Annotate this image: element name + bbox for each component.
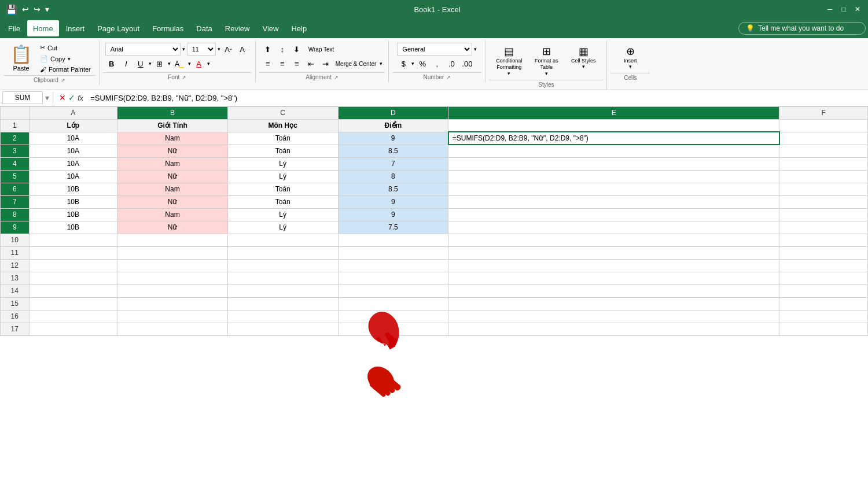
align-right-button[interactable]: ≡ (290, 57, 303, 70)
cell-d1[interactable]: Điểm (338, 119, 448, 132)
redo-icon[interactable]: ↪ (34, 5, 41, 14)
cell-c2[interactable]: Toán (227, 132, 338, 145)
cell-c15[interactable] (227, 297, 338, 310)
cell-f2[interactable] (779, 132, 868, 145)
cell-e1[interactable] (448, 119, 779, 132)
maximize-button[interactable]: □ (839, 5, 848, 14)
cell-b4[interactable]: Nam (117, 157, 228, 170)
cell-c10[interactable] (227, 234, 338, 246)
increase-decimal-button[interactable]: .00 (459, 57, 475, 70)
cell-e13[interactable] (448, 272, 779, 284)
menu-home[interactable]: Home (27, 20, 59, 36)
cell-c8[interactable]: Lý (227, 208, 338, 221)
cell-d17[interactable] (338, 323, 448, 335)
conditional-formatting-button[interactable]: ▤ ConditionalFormatting ▾ (491, 43, 527, 79)
cell-e2[interactable]: =SUMIFS(D2:D9, B2:B9, "Nữ", D2:D9, ">8") (448, 132, 779, 145)
clipboard-expand-icon[interactable]: ↗ (61, 77, 65, 83)
currency-dropdown-icon[interactable]: ▾ (411, 61, 414, 66)
cell-b6[interactable]: Nam (117, 183, 228, 195)
cell-c12[interactable] (227, 259, 338, 272)
cell-d14[interactable] (338, 284, 448, 297)
cell-d9[interactable]: 7.5 (338, 221, 448, 234)
cell-a13[interactable] (29, 272, 117, 284)
border-dropdown-icon[interactable]: ▾ (168, 61, 171, 66)
sheet-main[interactable]: A B C D E F 1 Lớp Giới Tính (0, 106, 868, 488)
cell-e9[interactable] (448, 221, 779, 234)
paste-button[interactable]: 📋 Paste (6, 43, 36, 74)
cell-f7[interactable] (779, 195, 868, 208)
cell-f3[interactable] (779, 145, 868, 157)
cell-b17[interactable] (117, 323, 228, 335)
cell-c17[interactable] (227, 323, 338, 335)
cell-d8[interactable]: 9 (338, 208, 448, 221)
menu-page-layout[interactable]: Page Layout (91, 20, 145, 36)
cell-e10[interactable] (448, 234, 779, 246)
col-header-b[interactable]: B (117, 106, 228, 119)
insert-button[interactable]: ⊕ Insert ▾ (613, 43, 648, 72)
align-middle-button[interactable]: ↕ (276, 43, 289, 56)
cell-e16[interactable] (448, 310, 779, 323)
cell-b13[interactable] (117, 272, 228, 284)
cell-c5[interactable]: Lý (227, 170, 338, 183)
menu-data[interactable]: Data (190, 20, 218, 36)
cell-a1[interactable]: Lớp (29, 119, 117, 132)
cell-e17[interactable] (448, 323, 779, 335)
align-left-button[interactable]: ≡ (262, 57, 274, 70)
function-wizard-icon[interactable]: fx (78, 94, 83, 102)
cell-a6[interactable]: 10B (29, 183, 117, 195)
col-header-f[interactable]: F (779, 106, 868, 119)
cell-c7[interactable]: Toán (227, 195, 338, 208)
menu-help[interactable]: Help (285, 20, 312, 36)
cell-e6[interactable] (448, 183, 779, 195)
cell-e14[interactable] (448, 284, 779, 297)
italic-button[interactable]: I (120, 57, 133, 70)
cell-a4[interactable]: 10A (29, 157, 117, 170)
cell-b7[interactable]: Nữ (117, 195, 228, 208)
format-as-table-button[interactable]: ⊞ Format asTable ▾ (529, 43, 564, 79)
cell-e15[interactable] (448, 297, 779, 310)
merge-dropdown-icon[interactable]: ▾ (380, 61, 382, 66)
cell-a11[interactable] (29, 246, 117, 259)
cell-e8[interactable] (448, 208, 779, 221)
cell-a8[interactable]: 10B (29, 208, 117, 221)
copy-dropdown-icon[interactable]: ▾ (68, 56, 71, 62)
cell-b8[interactable]: Nam (117, 208, 228, 221)
insert-dropdown[interactable]: ▾ (629, 64, 632, 69)
font-name-dropdown-icon[interactable]: ▾ (182, 46, 185, 52)
cell-e7[interactable] (448, 195, 779, 208)
format-painter-button[interactable]: 🖌 Format Painter (38, 65, 93, 74)
percent-button[interactable]: % (416, 57, 429, 70)
tell-me-input[interactable]: 💡 Tell me what you want to do (738, 22, 866, 35)
formula-input[interactable] (88, 91, 866, 104)
cell-b10[interactable] (117, 234, 228, 246)
cell-d12[interactable] (338, 259, 448, 272)
confirm-formula-icon[interactable]: ✓ (68, 93, 75, 102)
cancel-formula-icon[interactable]: ✕ (59, 93, 66, 102)
cell-b9[interactable]: Nữ (117, 221, 228, 234)
cell-a7[interactable]: 10B (29, 195, 117, 208)
menu-view[interactable]: View (256, 20, 284, 36)
align-top-button[interactable]: ⬆ (262, 43, 274, 56)
cell-e12[interactable] (448, 259, 779, 272)
increase-indent-button[interactable]: ⇥ (319, 57, 332, 70)
cell-f16[interactable] (779, 310, 868, 323)
cell-f5[interactable] (779, 170, 868, 183)
cell-a12[interactable] (29, 259, 117, 272)
cell-b14[interactable] (117, 284, 228, 297)
cell-a2[interactable]: 10A (29, 132, 117, 145)
undo-icon[interactable]: ↩ (22, 5, 29, 14)
cell-a16[interactable] (29, 310, 117, 323)
format-as-table-dropdown[interactable]: ▾ (545, 71, 548, 76)
cell-b2[interactable]: Nam (117, 132, 228, 145)
font-expand-icon[interactable]: ↗ (182, 75, 186, 80)
cell-f14[interactable] (779, 284, 868, 297)
cell-c6[interactable]: Toán (227, 183, 338, 195)
merge-center-button[interactable]: Merge & Center (334, 57, 378, 70)
font-color-button[interactable]: A (193, 57, 205, 70)
cell-f8[interactable] (779, 208, 868, 221)
cell-f13[interactable] (779, 272, 868, 284)
align-center-button[interactable]: ≡ (276, 57, 289, 70)
cell-c11[interactable] (227, 246, 338, 259)
cell-d10[interactable] (338, 234, 448, 246)
cell-d3[interactable]: 8.5 (338, 145, 448, 157)
